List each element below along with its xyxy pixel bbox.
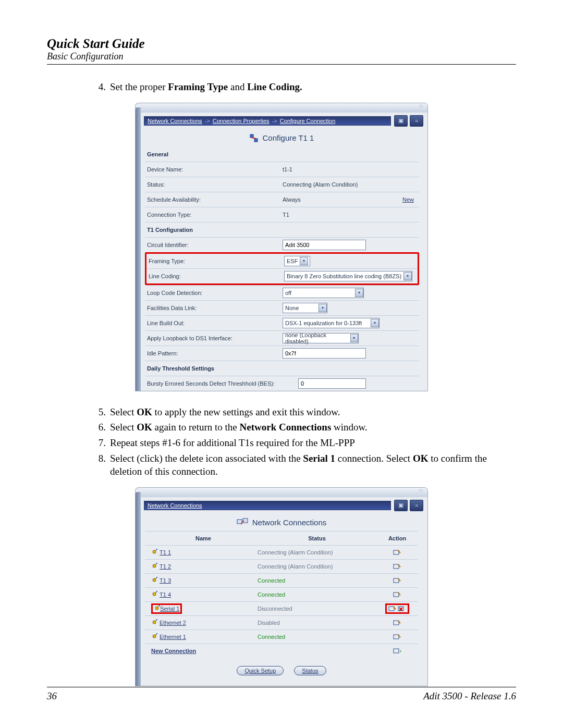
menu-icon[interactable]: ≡: [410, 115, 423, 127]
connection-row: Serial 1Disconnected: [145, 601, 418, 615]
breadcrumb-part-2[interactable]: Connection Properties: [213, 118, 270, 124]
network-icon: [237, 518, 248, 526]
loopback-select[interactable]: none (Loopback disabled) ▾: [283, 333, 359, 343]
step-item: 6.Select OK again to return to the Netwo…: [91, 421, 516, 434]
edit-icon[interactable]: [393, 591, 402, 598]
chevron-down-icon: ▾: [319, 304, 327, 312]
connection-status: Disconnected: [255, 606, 376, 612]
network-connections-screenshot: :::: Network Connections ▣ ≡ Network Con…: [136, 488, 427, 686]
chevron-down-icon: ▾: [371, 319, 379, 327]
chevron-down-icon: ▾: [403, 272, 412, 280]
connection-name-link[interactable]: T1 2: [160, 563, 171, 570]
svg-rect-11: [394, 564, 399, 569]
connection-icon: [249, 133, 259, 143]
svg-rect-26: [394, 621, 399, 625]
svg-rect-30: [394, 649, 399, 653]
plug-icon: [151, 577, 157, 584]
connection-name-link[interactable]: Serial 1: [160, 606, 179, 612]
device-name-label: Device Name:: [147, 166, 283, 172]
new-connection-link[interactable]: New Connection: [151, 648, 196, 654]
sitemap-icon[interactable]: ▣: [394, 500, 408, 511]
connection-status: Connected: [255, 577, 376, 584]
linebuild-label: Line Build Out:: [147, 320, 283, 326]
connection-row: T1 1Connecting (Alarm Condition): [145, 545, 418, 559]
menu-icon[interactable]: ≡: [410, 500, 423, 511]
plug-icon: [151, 591, 157, 598]
plug-icon: [151, 633, 157, 640]
sitemap-icon[interactable]: ▣: [394, 115, 408, 127]
circuit-id-input[interactable]: [283, 240, 366, 250]
delete-icon[interactable]: [397, 605, 407, 612]
circuit-id-label: Circuit Identifier:: [147, 242, 283, 248]
status-label: Status:: [147, 181, 283, 188]
linecoding-label: Line Coding:: [149, 273, 284, 279]
connection-row: T1 4Connected: [145, 587, 418, 601]
edit-icon[interactable]: [393, 549, 402, 556]
breadcrumb-part-1[interactable]: Network Connections: [148, 118, 202, 124]
svg-rect-29: [394, 635, 399, 639]
header-rule: [47, 64, 516, 65]
svg-rect-8: [394, 550, 399, 554]
breadcrumb-part-3[interactable]: Configure Connection: [280, 118, 335, 124]
breadcrumb-part[interactable]: Network Connections: [148, 502, 202, 509]
svg-rect-3: [237, 520, 242, 524]
schedule-label: Schedule Availability:: [147, 196, 283, 203]
svg-line-16: [156, 591, 157, 593]
facilities-select[interactable]: None ▾: [283, 303, 327, 313]
svg-rect-20: [389, 607, 394, 611]
bes-input[interactable]: [298, 378, 366, 389]
svg-point-18: [155, 607, 158, 610]
connection-status: Connected: [255, 634, 376, 640]
chevron-down-icon: ▾: [355, 289, 363, 297]
add-icon[interactable]: +: [393, 647, 402, 655]
panel-title: Configure T1 1: [263, 133, 314, 142]
chevron-down-icon: ▾: [300, 257, 308, 265]
connection-status: Connecting (Alarm Condition): [255, 549, 376, 556]
svg-text:+: +: [399, 649, 401, 654]
edit-icon[interactable]: [388, 605, 397, 612]
edit-icon[interactable]: [393, 563, 402, 570]
line-build-select[interactable]: DSX-1 equalization for 0-133ft ▾: [283, 318, 380, 328]
footer-rule: [47, 687, 516, 687]
connection-name-link[interactable]: T1 1: [160, 549, 171, 556]
status-button[interactable]: Status: [294, 666, 326, 675]
connection-name-link[interactable]: Ethernet 2: [160, 620, 186, 626]
plug-icon: [151, 549, 157, 556]
col-action: Action: [376, 535, 418, 541]
svg-line-2: [252, 138, 256, 139]
framing-type-select[interactable]: ESF ▾: [284, 256, 310, 266]
framing-label: Framing Type:: [149, 258, 284, 264]
quick-setup-button[interactable]: Quick Setup: [237, 666, 284, 675]
connection-name-link[interactable]: T1 3: [160, 577, 171, 584]
col-status: Status: [255, 535, 376, 541]
svg-line-13: [156, 577, 157, 578]
connection-row: Ethernet 1Connected: [145, 630, 418, 644]
serial1-action-highlight: [385, 603, 409, 614]
schedule-new-link[interactable]: New: [402, 196, 417, 203]
header-title: Quick Start Guide: [47, 36, 516, 51]
edit-icon[interactable]: [393, 577, 402, 584]
plug-icon: [154, 605, 160, 612]
svg-rect-17: [394, 593, 399, 597]
idle-label: Idle Pattern:: [147, 350, 283, 356]
svg-point-12: [153, 578, 156, 582]
connection-status: Connecting (Alarm Condition): [255, 563, 376, 570]
svg-line-7: [156, 549, 157, 550]
section-daily: Daily Threshold Settings: [145, 361, 419, 376]
plug-icon: [151, 619, 157, 626]
connection-name-link[interactable]: Ethernet 1: [160, 634, 186, 640]
loopback-label: Apply Loopback to DS1 Interface:: [147, 335, 283, 341]
status-value: Connecting (Alarm Condition): [283, 181, 417, 188]
section-general: General: [145, 147, 419, 162]
edit-icon[interactable]: [393, 633, 402, 640]
line-coding-select[interactable]: Binary 8 Zero Substitution line coding (…: [284, 271, 412, 281]
conn-type-value: T1: [283, 212, 417, 218]
idle-pattern-input[interactable]: [283, 348, 366, 359]
device-name-value: t1-1: [283, 166, 417, 172]
connection-name-link[interactable]: T1 4: [160, 591, 171, 598]
edit-icon[interactable]: [393, 619, 402, 626]
framing-linecoding-highlight: Framing Type: ESF ▾ Line Coding: Binary …: [145, 252, 419, 285]
svg-point-24: [153, 621, 156, 624]
loop-code-select[interactable]: off ▾: [283, 288, 364, 298]
svg-rect-1: [254, 139, 258, 142]
